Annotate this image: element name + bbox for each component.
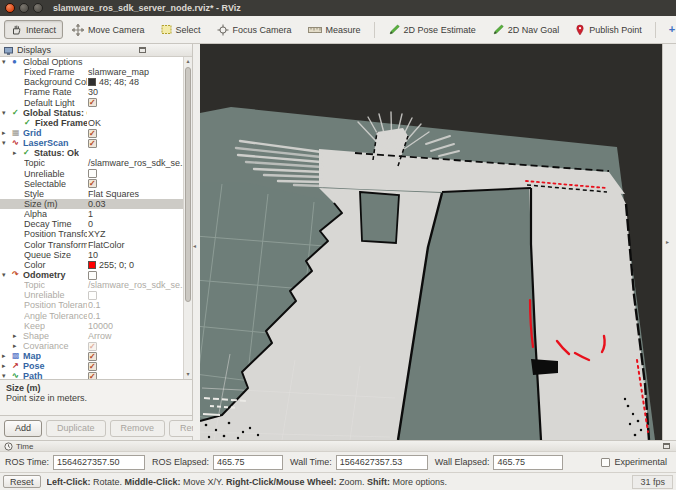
expand-arrow-icon[interactable]: ▸: [2, 128, 12, 138]
right-splitter[interactable]: ▸: [662, 44, 676, 440]
checkbox-checked[interactable]: [88, 139, 97, 148]
property-value[interactable]: 48; 48; 48: [88, 77, 139, 87]
panel-splitter[interactable]: ◂: [193, 44, 200, 440]
property-value[interactable]: /slamware_ros_sdk_se...: [88, 158, 183, 168]
property-value[interactable]: [88, 98, 97, 108]
tree-row[interactable]: ▸ShapeArrow: [0, 331, 183, 341]
ros-time-input[interactable]: [53, 455, 145, 470]
duplicate-button[interactable]: Duplicate: [46, 420, 106, 437]
property-value[interactable]: 1: [88, 209, 93, 219]
tree-row[interactable]: Selectable: [0, 179, 183, 189]
nav-goal-tool-button[interactable]: 2D Nav Goal: [485, 20, 567, 39]
tree-row[interactable]: Keep10000: [0, 321, 183, 331]
focus-camera-tool-button[interactable]: Focus Camera: [210, 20, 299, 40]
tree-row[interactable]: Decay Time0: [0, 219, 183, 229]
property-value[interactable]: 10: [88, 250, 98, 260]
tree-row[interactable]: Color255; 0; 0: [0, 260, 183, 270]
property-value[interactable]: 0.1: [88, 311, 101, 321]
move-camera-tool-button[interactable]: Move Camera: [65, 20, 152, 40]
checkbox-unchecked[interactable]: [88, 169, 97, 178]
add-tool-button[interactable]: +: [662, 20, 676, 39]
publish-point-tool-button[interactable]: Publish Point: [568, 20, 649, 40]
tree-row[interactable]: ▸Covariance: [0, 341, 183, 351]
property-value[interactable]: [88, 351, 97, 361]
window-minimize-button[interactable]: [19, 3, 29, 13]
tree-row[interactable]: Topic/slamware_ros_sdk_se...: [0, 280, 183, 290]
tree-row[interactable]: ▸✓Status: Ok: [0, 148, 183, 158]
checkbox-unchecked[interactable]: [88, 291, 97, 300]
interact-tool-button[interactable]: Interact: [4, 20, 63, 39]
tree-row[interactable]: Size (m)0.03: [0, 199, 183, 209]
property-value[interactable]: [88, 169, 97, 179]
property-value[interactable]: [88, 361, 97, 371]
property-value[interactable]: slamware_map: [88, 67, 149, 77]
property-value[interactable]: XYZ: [88, 229, 106, 239]
property-value[interactable]: [88, 138, 97, 148]
checkbox-checked[interactable]: [88, 342, 97, 351]
pose-estimate-tool-button[interactable]: 2D Pose Estimate: [381, 20, 483, 39]
collapse-arrow-icon[interactable]: ▾: [2, 138, 12, 148]
checkbox-checked[interactable]: [88, 372, 97, 379]
property-value[interactable]: [88, 128, 97, 138]
scroll-thumb[interactable]: [185, 67, 191, 302]
tree-row[interactable]: Fixed Frameslamware_map: [0, 67, 183, 77]
scroll-down-icon[interactable]: ▾: [184, 370, 192, 379]
wall-time-input[interactable]: [336, 455, 428, 470]
collapse-arrow-icon[interactable]: ▾: [2, 270, 12, 280]
expand-arrow-icon[interactable]: ▸: [13, 148, 23, 158]
property-value[interactable]: 0: [88, 219, 93, 229]
tree-row[interactable]: StyleFlat Squares: [0, 189, 183, 199]
tree-row[interactable]: Queue Size10: [0, 250, 183, 260]
tree-row[interactable]: ▾∿LaserScan: [0, 138, 183, 148]
tree-row[interactable]: ▾∿Path: [0, 371, 183, 379]
tree-row[interactable]: Topic/slamware_ros_sdk_se...: [0, 158, 183, 168]
scroll-up-icon[interactable]: ▴: [184, 57, 192, 66]
property-value[interactable]: 0.03: [88, 199, 106, 209]
collapse-arrow-icon[interactable]: ▾: [2, 57, 12, 67]
experimental-checkbox[interactable]: [601, 458, 610, 467]
select-tool-button[interactable]: Select: [154, 20, 208, 39]
property-value[interactable]: Arrow: [88, 331, 112, 341]
property-value[interactable]: Flat Squares: [88, 189, 139, 199]
checkbox-checked[interactable]: [88, 362, 97, 371]
tree-row[interactable]: Frame Rate30: [0, 87, 183, 97]
tree-row[interactable]: ▸↗Pose: [0, 361, 183, 371]
property-value[interactable]: FlatColor: [88, 240, 125, 250]
tree-row[interactable]: ▾✓Global Status: Ok: [0, 108, 183, 118]
tree-row[interactable]: Angle Tolerance0.1: [0, 311, 183, 321]
expand-arrow-icon[interactable]: ▸: [13, 341, 23, 351]
property-value[interactable]: /slamware_ros_sdk_se...: [88, 280, 183, 290]
tree-row[interactable]: Position Tolerance0.1: [0, 300, 183, 310]
tree-row[interactable]: Alpha1: [0, 209, 183, 219]
property-value[interactable]: 10000: [88, 321, 113, 331]
right-splitter-handle-icon[interactable]: ▸: [666, 238, 669, 245]
add-button[interactable]: Add: [4, 420, 42, 437]
checkbox-checked[interactable]: [88, 352, 97, 361]
tree-row[interactable]: Unreliable: [0, 169, 183, 179]
tree-row[interactable]: ▸▩Map: [0, 351, 183, 361]
checkbox-checked[interactable]: [88, 179, 97, 188]
checkbox-checked[interactable]: [88, 98, 97, 107]
expand-arrow-icon[interactable]: ▸: [2, 361, 12, 371]
tree-row[interactable]: ▾●Global Options: [0, 57, 183, 67]
property-value[interactable]: [88, 341, 97, 351]
ros-elapsed-input[interactable]: [213, 455, 283, 470]
collapse-arrow-icon[interactable]: ▾: [2, 108, 12, 118]
tree-row[interactable]: Background Color48; 48; 48: [0, 77, 183, 87]
checkbox-checked[interactable]: [88, 129, 97, 138]
3d-viewport[interactable]: [200, 44, 662, 440]
property-value[interactable]: [88, 290, 97, 300]
property-value[interactable]: 30: [88, 87, 98, 97]
tree-row[interactable]: Position Transfo...XYZ: [0, 229, 183, 239]
tree-row[interactable]: Default Light: [0, 98, 183, 108]
reset-button[interactable]: Reset: [3, 475, 41, 488]
window-maximize-button[interactable]: [33, 3, 43, 13]
tree-row[interactable]: Color TransformerFlatColor: [0, 240, 183, 250]
checkbox-unchecked[interactable]: [88, 271, 97, 280]
time-panel-float-icon[interactable]: [663, 443, 670, 449]
tree-row[interactable]: ✓Fixed FrameOK: [0, 118, 183, 128]
window-close-button[interactable]: [5, 3, 15, 13]
property-value[interactable]: [88, 270, 97, 280]
expand-arrow-icon[interactable]: ▸: [2, 351, 12, 361]
tree-row[interactable]: Unreliable: [0, 290, 183, 300]
